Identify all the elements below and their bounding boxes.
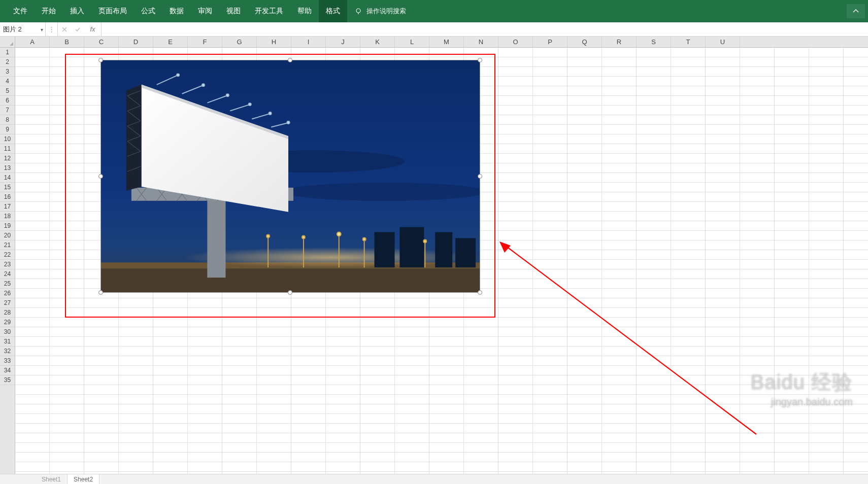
name-box-dropdown-icon[interactable]: ▾ — [41, 26, 43, 32]
tab-data[interactable]: 数据 — [162, 0, 191, 22]
formula-cancel-button[interactable] — [58, 22, 71, 36]
row-header[interactable]: 8 — [0, 115, 15, 125]
name-box[interactable]: 图片 2 ▾ — [0, 22, 46, 36]
row-header[interactable]: 15 — [0, 183, 15, 192]
tab-review[interactable]: 审阅 — [191, 0, 219, 22]
col-header[interactable]: E — [153, 37, 188, 47]
fx-label[interactable]: fx — [84, 22, 102, 36]
svg-marker-65 — [499, 241, 511, 253]
formula-input[interactable] — [102, 22, 868, 36]
formula-confirm-button[interactable] — [71, 22, 84, 36]
col-header[interactable]: A — [15, 37, 50, 47]
svg-point-4 — [283, 183, 480, 201]
sheet-tab[interactable]: Sheet1 — [36, 474, 68, 484]
ribbon-collapse-button[interactable] — [847, 4, 865, 18]
lightbulb-icon — [354, 7, 362, 15]
resize-handle-tl[interactable] — [98, 58, 103, 62]
row-header[interactable]: 28 — [0, 308, 15, 318]
row-header[interactable]: 26 — [0, 289, 15, 298]
row-header[interactable]: 23 — [0, 260, 15, 269]
tab-home[interactable]: 开始 — [35, 0, 63, 22]
row-header[interactable]: 16 — [0, 192, 15, 202]
resize-handle-ml[interactable] — [98, 174, 103, 179]
col-header[interactable]: P — [533, 37, 567, 47]
col-header[interactable]: F — [188, 37, 222, 47]
row-header[interactable]: 6 — [0, 96, 15, 106]
col-header[interactable]: U — [706, 37, 740, 47]
col-header[interactable]: R — [602, 37, 637, 47]
cell-grid[interactable]: Baidu 经验 jingyan.baidu.com — [15, 48, 868, 484]
svg-point-57 — [226, 94, 229, 96]
row-header[interactable]: 24 — [0, 269, 15, 279]
row-header[interactable]: 3 — [0, 67, 15, 77]
col-header[interactable]: M — [429, 37, 464, 47]
row-header[interactable]: 25 — [0, 279, 15, 289]
col-header[interactable]: T — [671, 37, 706, 47]
row-header[interactable]: 14 — [0, 173, 15, 183]
tab-view[interactable]: 视图 — [219, 0, 248, 22]
row-header[interactable]: 34 — [0, 366, 15, 375]
tab-help[interactable]: 帮助 — [290, 0, 319, 22]
row-header[interactable]: 21 — [0, 240, 15, 250]
col-header[interactable]: Q — [567, 37, 602, 47]
col-header[interactable]: D — [119, 37, 153, 47]
resize-handle-br[interactable] — [478, 290, 482, 295]
tab-file[interactable]: 文件 — [6, 0, 35, 22]
tab-page-layout[interactable]: 页面布局 — [91, 0, 134, 22]
inserted-picture[interactable] — [101, 60, 480, 293]
svg-point-59 — [249, 103, 251, 106]
resize-handle-tm[interactable] — [288, 58, 292, 62]
row-header[interactable]: 11 — [0, 144, 15, 154]
svg-point-63 — [287, 121, 290, 124]
col-header[interactable]: G — [222, 37, 257, 47]
row-header[interactable]: 33 — [0, 356, 15, 366]
row-header[interactable]: 22 — [0, 250, 15, 260]
col-header[interactable]: C — [84, 37, 119, 47]
row-header[interactable]: 20 — [0, 231, 15, 240]
svg-point-61 — [269, 112, 272, 115]
tab-formulas[interactable]: 公式 — [134, 0, 162, 22]
row-header[interactable]: 17 — [0, 202, 15, 212]
svg-point-13 — [266, 234, 270, 237]
select-all-corner[interactable] — [0, 37, 15, 47]
row-header[interactable]: 5 — [0, 86, 15, 96]
col-header[interactable]: S — [637, 37, 671, 47]
row-header[interactable]: 19 — [0, 221, 15, 231]
row-header[interactable]: 7 — [0, 106, 15, 115]
col-header[interactable]: B — [50, 37, 84, 47]
row-header[interactable]: 9 — [0, 125, 15, 134]
row-header[interactable]: 4 — [0, 77, 15, 86]
tab-picture-format[interactable]: 格式 — [319, 0, 347, 22]
svg-point-53 — [177, 74, 179, 76]
resize-handle-bl[interactable] — [98, 290, 103, 295]
tab-insert[interactable]: 插入 — [63, 0, 91, 22]
col-header[interactable]: N — [464, 37, 498, 47]
row-header[interactable]: 30 — [0, 327, 15, 337]
resize-handle-bm[interactable] — [288, 290, 292, 295]
col-header[interactable]: L — [395, 37, 429, 47]
fx-divider: ⋮ — [46, 22, 58, 36]
resize-handle-tr[interactable] — [478, 58, 482, 62]
col-header[interactable]: I — [291, 37, 326, 47]
col-header[interactable]: J — [326, 37, 360, 47]
row-header[interactable]: 32 — [0, 347, 15, 356]
tell-me-search[interactable]: 操作说明搜索 — [354, 7, 406, 16]
row-header[interactable]: 1 — [0, 48, 15, 57]
svg-rect-23 — [207, 197, 225, 278]
row-header[interactable]: 13 — [0, 163, 15, 173]
row-header[interactable]: 29 — [0, 318, 15, 327]
watermark-sub: jingyan.baidu.com — [751, 396, 853, 408]
row-header[interactable]: 35 — [0, 375, 15, 385]
tab-developer[interactable]: 开发工具 — [248, 0, 290, 22]
col-header[interactable]: H — [257, 37, 291, 47]
row-header[interactable]: 18 — [0, 212, 15, 221]
row-header[interactable]: 10 — [0, 134, 15, 144]
col-header[interactable]: K — [360, 37, 395, 47]
row-header[interactable]: 2 — [0, 57, 15, 67]
col-header[interactable]: O — [498, 37, 533, 47]
row-header[interactable]: 12 — [0, 154, 15, 163]
resize-handle-mr[interactable] — [478, 174, 482, 179]
row-header[interactable]: 27 — [0, 298, 15, 308]
sheet-tab-active[interactable]: Sheet2 — [68, 474, 99, 484]
row-header[interactable]: 31 — [0, 337, 15, 347]
